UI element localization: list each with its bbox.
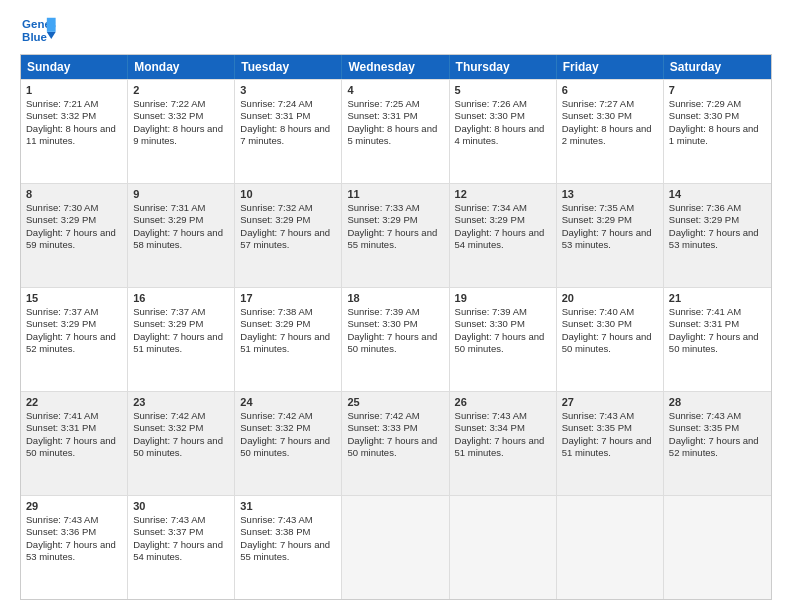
sunrise-text: Sunrise: 7:25 AM: [347, 98, 443, 110]
calendar-week-row: 1Sunrise: 7:21 AMSunset: 3:32 PMDaylight…: [21, 79, 771, 183]
calendar-cell: [664, 496, 771, 599]
sunrise-text: Sunrise: 7:31 AM: [133, 202, 229, 214]
header-day: Tuesday: [235, 55, 342, 79]
day-number: 23: [133, 396, 229, 408]
day-number: 16: [133, 292, 229, 304]
daylight-text: Daylight: 7 hours and 51 minutes.: [455, 435, 551, 460]
calendar-cell: 1Sunrise: 7:21 AMSunset: 3:32 PMDaylight…: [21, 80, 128, 183]
sunset-text: Sunset: 3:35 PM: [669, 422, 766, 434]
daylight-text: Daylight: 7 hours and 50 minutes.: [562, 331, 658, 356]
day-number: 5: [455, 84, 551, 96]
sunset-text: Sunset: 3:32 PM: [133, 422, 229, 434]
sunrise-text: Sunrise: 7:40 AM: [562, 306, 658, 318]
calendar-cell: 22Sunrise: 7:41 AMSunset: 3:31 PMDayligh…: [21, 392, 128, 495]
daylight-text: Daylight: 7 hours and 55 minutes.: [347, 227, 443, 252]
daylight-text: Daylight: 7 hours and 50 minutes.: [26, 435, 122, 460]
day-number: 30: [133, 500, 229, 512]
header-day: Thursday: [450, 55, 557, 79]
sunrise-text: Sunrise: 7:21 AM: [26, 98, 122, 110]
sunset-text: Sunset: 3:30 PM: [562, 318, 658, 330]
sunrise-text: Sunrise: 7:26 AM: [455, 98, 551, 110]
sunset-text: Sunset: 3:31 PM: [26, 422, 122, 434]
daylight-text: Daylight: 7 hours and 53 minutes.: [669, 227, 766, 252]
daylight-text: Daylight: 7 hours and 50 minutes.: [240, 435, 336, 460]
day-number: 26: [455, 396, 551, 408]
sunrise-text: Sunrise: 7:43 AM: [133, 514, 229, 526]
sunset-text: Sunset: 3:29 PM: [240, 214, 336, 226]
header-day: Friday: [557, 55, 664, 79]
svg-text:Blue: Blue: [22, 31, 47, 43]
calendar-cell: 6Sunrise: 7:27 AMSunset: 3:30 PMDaylight…: [557, 80, 664, 183]
sunrise-text: Sunrise: 7:37 AM: [133, 306, 229, 318]
day-number: 24: [240, 396, 336, 408]
sunset-text: Sunset: 3:34 PM: [455, 422, 551, 434]
sunrise-text: Sunrise: 7:43 AM: [455, 410, 551, 422]
sunrise-text: Sunrise: 7:36 AM: [669, 202, 766, 214]
daylight-text: Daylight: 8 hours and 4 minutes.: [455, 123, 551, 148]
day-number: 1: [26, 84, 122, 96]
calendar-cell: 31Sunrise: 7:43 AMSunset: 3:38 PMDayligh…: [235, 496, 342, 599]
daylight-text: Daylight: 7 hours and 58 minutes.: [133, 227, 229, 252]
sunrise-text: Sunrise: 7:35 AM: [562, 202, 658, 214]
sunrise-text: Sunrise: 7:43 AM: [562, 410, 658, 422]
sunset-text: Sunset: 3:29 PM: [347, 214, 443, 226]
day-number: 25: [347, 396, 443, 408]
sunset-text: Sunset: 3:29 PM: [455, 214, 551, 226]
sunset-text: Sunset: 3:30 PM: [562, 110, 658, 122]
calendar-header: SundayMondayTuesdayWednesdayThursdayFrid…: [21, 55, 771, 79]
day-number: 10: [240, 188, 336, 200]
header-day: Monday: [128, 55, 235, 79]
sunrise-text: Sunrise: 7:29 AM: [669, 98, 766, 110]
daylight-text: Daylight: 8 hours and 2 minutes.: [562, 123, 658, 148]
day-number: 22: [26, 396, 122, 408]
day-number: 7: [669, 84, 766, 96]
sunset-text: Sunset: 3:33 PM: [347, 422, 443, 434]
calendar-cell: 3Sunrise: 7:24 AMSunset: 3:31 PMDaylight…: [235, 80, 342, 183]
sunset-text: Sunset: 3:32 PM: [26, 110, 122, 122]
sunrise-text: Sunrise: 7:42 AM: [240, 410, 336, 422]
calendar-cell: 15Sunrise: 7:37 AMSunset: 3:29 PMDayligh…: [21, 288, 128, 391]
sunset-text: Sunset: 3:29 PM: [133, 214, 229, 226]
daylight-text: Daylight: 7 hours and 57 minutes.: [240, 227, 336, 252]
calendar-cell: 26Sunrise: 7:43 AMSunset: 3:34 PMDayligh…: [450, 392, 557, 495]
calendar-cell: 19Sunrise: 7:39 AMSunset: 3:30 PMDayligh…: [450, 288, 557, 391]
day-number: 4: [347, 84, 443, 96]
daylight-text: Daylight: 7 hours and 53 minutes.: [562, 227, 658, 252]
sunset-text: Sunset: 3:29 PM: [26, 318, 122, 330]
calendar-cell: 13Sunrise: 7:35 AMSunset: 3:29 PMDayligh…: [557, 184, 664, 287]
sunset-text: Sunset: 3:30 PM: [347, 318, 443, 330]
sunset-text: Sunset: 3:29 PM: [26, 214, 122, 226]
calendar-cell: 9Sunrise: 7:31 AMSunset: 3:29 PMDaylight…: [128, 184, 235, 287]
day-number: 18: [347, 292, 443, 304]
svg-marker-3: [47, 32, 56, 39]
daylight-text: Daylight: 7 hours and 50 minutes.: [347, 435, 443, 460]
calendar-cell: 29Sunrise: 7:43 AMSunset: 3:36 PMDayligh…: [21, 496, 128, 599]
day-number: 11: [347, 188, 443, 200]
calendar-cell: 25Sunrise: 7:42 AMSunset: 3:33 PMDayligh…: [342, 392, 449, 495]
calendar-cell: 8Sunrise: 7:30 AMSunset: 3:29 PMDaylight…: [21, 184, 128, 287]
sunset-text: Sunset: 3:38 PM: [240, 526, 336, 538]
sunrise-text: Sunrise: 7:43 AM: [240, 514, 336, 526]
sunset-text: Sunset: 3:29 PM: [133, 318, 229, 330]
day-number: 3: [240, 84, 336, 96]
daylight-text: Daylight: 7 hours and 50 minutes.: [133, 435, 229, 460]
sunset-text: Sunset: 3:37 PM: [133, 526, 229, 538]
calendar-cell: 4Sunrise: 7:25 AMSunset: 3:31 PMDaylight…: [342, 80, 449, 183]
calendar-cell: 17Sunrise: 7:38 AMSunset: 3:29 PMDayligh…: [235, 288, 342, 391]
calendar-cell: 5Sunrise: 7:26 AMSunset: 3:30 PMDaylight…: [450, 80, 557, 183]
calendar-cell: 14Sunrise: 7:36 AMSunset: 3:29 PMDayligh…: [664, 184, 771, 287]
sunrise-text: Sunrise: 7:27 AM: [562, 98, 658, 110]
daylight-text: Daylight: 7 hours and 54 minutes.: [455, 227, 551, 252]
daylight-text: Daylight: 8 hours and 9 minutes.: [133, 123, 229, 148]
sunset-text: Sunset: 3:36 PM: [26, 526, 122, 538]
daylight-text: Daylight: 8 hours and 1 minute.: [669, 123, 766, 148]
calendar-cell: 16Sunrise: 7:37 AMSunset: 3:29 PMDayligh…: [128, 288, 235, 391]
svg-marker-2: [47, 18, 56, 32]
sunrise-text: Sunrise: 7:41 AM: [669, 306, 766, 318]
sunrise-text: Sunrise: 7:34 AM: [455, 202, 551, 214]
daylight-text: Daylight: 7 hours and 51 minutes.: [240, 331, 336, 356]
calendar-cell: 30Sunrise: 7:43 AMSunset: 3:37 PMDayligh…: [128, 496, 235, 599]
sunrise-text: Sunrise: 7:41 AM: [26, 410, 122, 422]
calendar-cell: 11Sunrise: 7:33 AMSunset: 3:29 PMDayligh…: [342, 184, 449, 287]
sunrise-text: Sunrise: 7:32 AM: [240, 202, 336, 214]
